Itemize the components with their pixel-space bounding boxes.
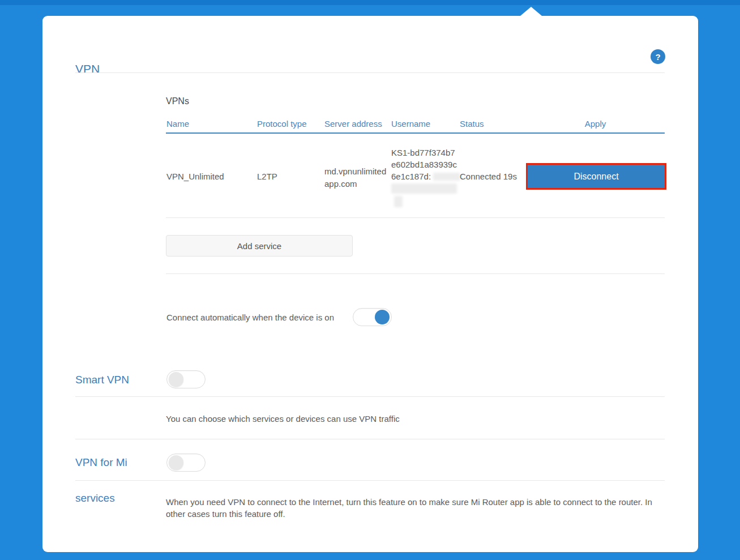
- vpn-for-mi-services-description: When you need VPN to connect to the Inte…: [166, 496, 665, 520]
- divider: [75, 72, 665, 73]
- vpns-section-label: VPNs: [166, 96, 189, 106]
- divider: [166, 217, 665, 218]
- column-header-protocol-type: Protocol type: [257, 119, 307, 129]
- smart-vpn-label: Smart VPN: [75, 374, 129, 386]
- redacted-text-patch: [433, 173, 460, 181]
- vpn-row-protocol-type: L2TP: [257, 172, 277, 181]
- column-header-server-address: Server address: [324, 119, 382, 129]
- annotation-highlight-box: Disconnect: [526, 163, 666, 190]
- toggle-knob: [375, 310, 390, 324]
- smart-vpn-toggle[interactable]: [166, 370, 206, 388]
- column-header-status: Status: [460, 119, 484, 129]
- divider: [75, 396, 665, 397]
- divider: [75, 480, 665, 481]
- server-address-line: app.com: [324, 178, 386, 190]
- help-icon[interactable]: ?: [651, 49, 665, 64]
- table-header-underline: [166, 132, 665, 134]
- redacted-text-patch: [394, 196, 403, 207]
- column-header-name: Name: [166, 119, 189, 129]
- vpn-settings-panel: VPN ? VPNs Name Protocol type Server add…: [42, 16, 698, 552]
- vpn-row-server-address: md.vpnunlimited app.com: [324, 165, 386, 190]
- divider: [75, 439, 665, 439]
- vpn-row-name: VPN_Unlimited: [166, 172, 224, 181]
- divider: [166, 273, 665, 274]
- server-address-line: md.vpnunlimited: [324, 165, 386, 178]
- auto-connect-toggle[interactable]: [353, 308, 392, 326]
- username-line: KS1-bd77f374b7: [391, 147, 460, 159]
- panel-pointer-arrow: [520, 7, 542, 16]
- toggle-knob: [169, 372, 183, 387]
- vpn-row-status: Connected 19s: [460, 172, 517, 181]
- vpn-for-mi-label: VPN for Mi: [75, 456, 127, 469]
- add-service-button[interactable]: Add service: [166, 235, 353, 257]
- username-line: 6e1c187d:: [391, 170, 460, 182]
- column-header-apply: Apply: [526, 119, 665, 129]
- page-title: VPN: [75, 62, 100, 76]
- disconnect-button[interactable]: Disconnect: [528, 165, 665, 188]
- services-label: services: [75, 492, 115, 505]
- redacted-text-patch: [391, 183, 457, 194]
- vpn-row-username: KS1-bd77f374b7 e602bd1a83939c 6e1c187d:: [391, 147, 460, 207]
- top-accent-bar: [0, 0, 740, 5]
- username-line: e602bd1a83939c: [391, 159, 460, 170]
- smart-vpn-description: You can choose which services or devices…: [166, 413, 400, 425]
- vpn-for-mi-services-toggle[interactable]: [166, 454, 206, 472]
- toggle-knob: [169, 455, 183, 470]
- column-header-username: Username: [391, 119, 430, 129]
- auto-connect-label: Connect automatically when the device is…: [166, 313, 334, 322]
